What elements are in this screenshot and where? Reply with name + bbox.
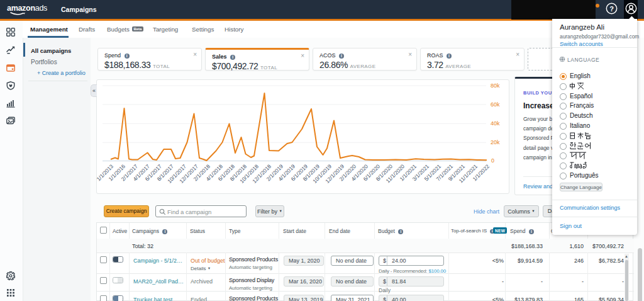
svg-text:?: ? <box>609 5 614 13</box>
